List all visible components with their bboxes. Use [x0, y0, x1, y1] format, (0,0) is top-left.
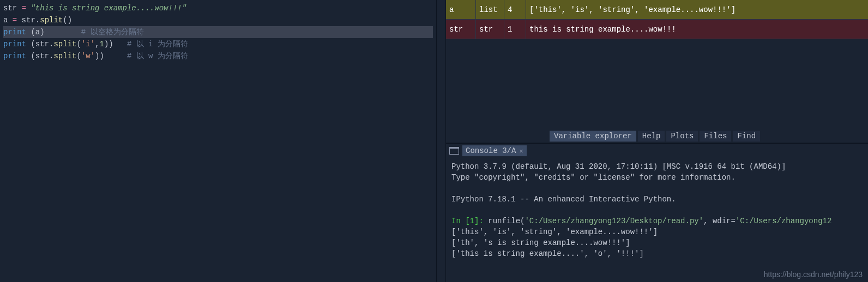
tab-variable-explorer[interactable]: Variable explorer	[550, 131, 636, 142]
code-token: ))	[95, 52, 127, 60]
variable-cell-name: a	[446, 0, 476, 19]
code-line[interactable]: print (a) # 以空格为分隔符	[3, 26, 433, 38]
variable-row[interactable]: strstr1this is string example....wow!!!	[446, 20, 868, 39]
code-line[interactable]: print (str.split('w')) # 以 w 为分隔符	[3, 50, 433, 62]
code-token: str	[17, 16, 35, 24]
code-token: (	[76, 40, 81, 48]
console-tab[interactable]: Console 3/A ✕	[462, 145, 527, 156]
code-token: split	[40, 16, 63, 24]
code-token: split	[53, 40, 76, 48]
code-token: split	[53, 52, 76, 60]
code-line[interactable]: a = str.split()	[3, 14, 433, 26]
console-line: ['th', 's is string example....wow!!!']	[451, 237, 863, 248]
tab-files[interactable]: Files	[700, 131, 731, 142]
code-token: a	[3, 16, 13, 24]
variable-cell-type: str	[476, 20, 504, 39]
code-token: print	[3, 52, 26, 60]
console-line: In [1]: runfile('C:/Users/zhangyong123/D…	[451, 216, 863, 226]
console-tabs: Console 3/A ✕	[446, 144, 868, 158]
console-line	[451, 205, 863, 216]
code-token: .	[35, 16, 40, 24]
console-pane: Console 3/A ✕ Python 3.7.9 (default, Aug…	[446, 143, 868, 282]
variable-cell-type: list	[476, 0, 504, 19]
code-token: (a)	[26, 28, 81, 36]
variable-cell-name: str	[446, 20, 476, 39]
console-line: Python 3.7.9 (default, Aug 31 2020, 17:1…	[451, 161, 863, 172]
tab-find[interactable]: Find	[733, 131, 760, 142]
code-token: print	[3, 28, 26, 36]
code-token: str	[3, 4, 17, 13]
code-token: print	[3, 40, 26, 48]
code-token: # 以空格为分隔符	[81, 28, 144, 36]
console-output[interactable]: Python 3.7.9 (default, Aug 31 2020, 17:1…	[446, 158, 868, 282]
tab-help[interactable]: Help	[638, 131, 665, 142]
console-token: , wdir=	[703, 217, 736, 225]
console-token: runfile(	[488, 217, 525, 225]
pane-tabs: Variable explorerHelpPlotsFilesFind	[446, 130, 868, 143]
console-line: ['this is string example....', 'o', '!!!…	[451, 248, 863, 259]
console-token: ['this', 'is', 'string', 'example....wow…	[451, 228, 658, 236]
console-token: 'C:/Users/zhangyong12	[736, 217, 831, 225]
console-line: Type "copyright", "credits" or "license"…	[451, 172, 863, 183]
console-line: ['this', 'is', 'string', 'example....wow…	[451, 226, 863, 237]
code-line[interactable]: print (str.split('i',1)) # 以 i 为分隔符	[3, 38, 433, 50]
console-token: 'C:/Users/zhangyong123/Desktop/read.py'	[525, 217, 703, 225]
right-panel: alist4['this', 'is', 'string', 'example.…	[446, 0, 868, 282]
variable-cell-value: this is string example....wow!!!	[526, 20, 868, 39]
code-token	[17, 4, 21, 13]
console-window-icon	[449, 147, 459, 155]
code-token: ))	[104, 40, 127, 48]
console-token: ]:	[474, 217, 488, 225]
console-token: Type "copyright", "credits" or "license"…	[451, 173, 736, 182]
variable-row[interactable]: alist4['this', 'is', 'string', 'example.…	[446, 0, 868, 20]
watermark: https://blog.csdn.net/phily123	[764, 270, 863, 279]
code-token: # 以 w 为分隔符	[127, 52, 188, 60]
console-tab-label: Console 3/A	[466, 146, 516, 155]
code-token: 'w'	[81, 52, 95, 60]
code-token: (str	[26, 40, 49, 48]
code-token: (	[76, 52, 81, 60]
code-line[interactable]: str = "this is string example....wow!!!"	[3, 2, 433, 14]
variable-cell-size: 1	[504, 20, 526, 39]
close-icon[interactable]: ✕	[519, 147, 523, 155]
tab-plots[interactable]: Plots	[666, 131, 698, 142]
variable-cell-size: 4	[504, 0, 526, 19]
code-token: =	[22, 4, 26, 13]
code-token: # 以 i 为分隔符	[127, 40, 188, 48]
console-token: In [	[451, 217, 470, 225]
console-token: IPython 7.18.1 -- An enhanced Interactiv…	[451, 195, 676, 204]
console-line: IPython 7.18.1 -- An enhanced Interactiv…	[451, 194, 863, 205]
console-line	[451, 183, 863, 194]
code-token: 'i'	[81, 40, 95, 48]
code-token: ()	[63, 16, 72, 24]
console-token: 1	[470, 217, 474, 225]
console-token: ['th', 's is string example....wow!!!']	[451, 238, 630, 247]
variable-table[interactable]: alist4['this', 'is', 'string', 'example.…	[446, 0, 868, 130]
code-token: "this is string example....wow!!!"	[31, 4, 186, 13]
code-editor[interactable]: str = "this is string example....wow!!!"…	[0, 0, 436, 282]
code-token: =	[13, 16, 17, 24]
vertical-splitter[interactable]	[436, 0, 446, 282]
code-token: (str	[26, 52, 49, 60]
code-token: 1	[99, 40, 104, 48]
console-token: ['this is string example....', 'o', '!!!…	[451, 249, 644, 258]
console-token: Python 3.7.9 (default, Aug 31 2020, 17:1…	[451, 162, 786, 171]
variable-explorer-pane: alist4['this', 'is', 'string', 'example.…	[446, 0, 868, 143]
variable-cell-value: ['this', 'is', 'string', 'example....wow…	[526, 0, 868, 19]
